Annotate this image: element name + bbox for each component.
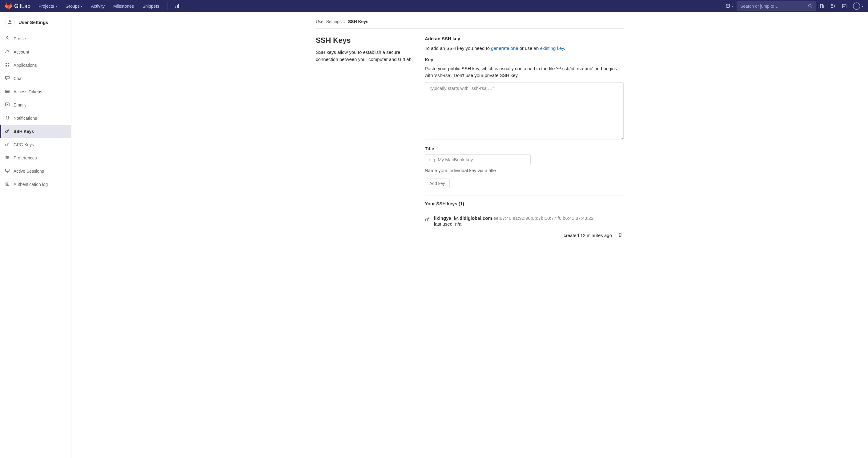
key-hint: Paste your public SSH key, which is usua…: [425, 65, 624, 79]
sidebar-item-label: Applications: [13, 63, 37, 68]
new-dropdown[interactable]: ▾: [723, 2, 735, 10]
section-title: SSH Keys: [316, 36, 417, 44]
key-textarea[interactable]: [425, 82, 624, 140]
svg-point-8: [834, 7, 835, 8]
svg-rect-16: [8, 65, 9, 66]
nav-groups[interactable]: Groups▾: [62, 2, 86, 10]
breadcrumb-ssh-keys: SSH Keys: [348, 19, 368, 24]
svg-point-24: [6, 156, 7, 157]
sidebar-header: User Settings: [0, 12, 71, 32]
sidebar-item-label: Chat: [13, 76, 23, 81]
divider: [425, 195, 624, 195]
section-description: SSH keys allow you to establish a secure…: [316, 49, 417, 63]
svg-point-18: [6, 91, 7, 92]
issues-icon[interactable]: [817, 2, 827, 10]
svg-point-19: [7, 91, 8, 92]
svg-rect-2: [178, 4, 179, 8]
chevron-down-icon: ▾: [81, 5, 83, 8]
sidebar: User Settings Profile Account Applicatio…: [0, 12, 71, 458]
your-ssh-keys-heading: Your SSH keys (1): [425, 201, 624, 206]
title-input[interactable]: [425, 154, 531, 165]
key-created: created 12 minutes ago: [564, 233, 612, 238]
svg-rect-14: [8, 63, 9, 64]
key-name[interactable]: lixingya_i@didiglobal.com: [434, 215, 492, 221]
main-content: User Settings › SSH Keys SSH Keys SSH ke…: [71, 12, 868, 458]
sidebar-item-ssh-keys[interactable]: SSH Keys: [0, 125, 71, 138]
delete-key-button[interactable]: [618, 233, 624, 238]
nav-milestones[interactable]: Milestones: [110, 2, 137, 10]
ssh-key-row: lixingya_i@didiglobal.com ee:97:46:e1:92…: [425, 212, 624, 241]
sidebar-item-preferences[interactable]: Preferences: [0, 151, 71, 164]
sidebar-item-active-sessions[interactable]: Active Sessions: [0, 164, 71, 178]
generate-one-link[interactable]: generate one: [491, 45, 518, 51]
chat-icon: [5, 75, 10, 81]
sidebar-item-label: Active Sessions: [13, 169, 44, 174]
authlog-icon: [5, 181, 10, 187]
gitlab-logo-link[interactable]: GitLab: [5, 2, 30, 10]
svg-point-7: [831, 7, 833, 8]
key-fingerprint: ee:97:46:e1:92:96:0b:7b:10:77:f6:b6:41:8…: [493, 215, 593, 221]
profile-icon: [5, 36, 10, 41]
notifications-icon: [5, 115, 10, 121]
sidebar-item-applications[interactable]: Applications: [0, 59, 71, 72]
svg-point-10: [9, 20, 11, 22]
gitlab-brand-text: GitLab: [14, 3, 30, 9]
search-input[interactable]: [740, 4, 808, 9]
svg-rect-15: [5, 65, 7, 66]
sidebar-item-chat[interactable]: Chat: [0, 72, 71, 85]
svg-rect-27: [5, 169, 9, 172]
svg-point-26: [7, 158, 7, 158]
sidebar-item-access-tokens[interactable]: Access Tokens: [0, 85, 71, 98]
preferences-icon: [5, 155, 10, 161]
existing-key-link[interactable]: existing key: [540, 45, 564, 51]
sidebar-item-authentication-log[interactable]: Authentication log: [0, 178, 71, 191]
chevron-down-icon: ▾: [862, 5, 863, 8]
svg-rect-1: [177, 5, 178, 8]
sessions-icon: [5, 168, 10, 174]
navbar: GitLab Projects▾ Groups▾ Activity Milest…: [0, 0, 868, 12]
sidebar-item-gpg-keys[interactable]: GPG Keys: [0, 138, 71, 151]
add-ssh-key-heading: Add an SSH key: [425, 36, 624, 41]
sidebar-item-account[interactable]: Account: [0, 45, 71, 59]
sidebar-item-label: Account: [13, 50, 29, 55]
svg-rect-5: [820, 4, 823, 8]
merge-requests-icon[interactable]: [828, 2, 838, 10]
sidebar-item-label: Access Tokens: [13, 89, 42, 94]
sidebar-item-emails[interactable]: Emails: [0, 98, 71, 112]
chevron-down-icon: ▾: [55, 5, 57, 8]
svg-point-11: [7, 37, 8, 38]
todos-icon[interactable]: [839, 2, 849, 10]
sidebar-item-label: Notifications: [13, 116, 37, 121]
key-icon: [5, 128, 10, 134]
sidebar-item-label: Emails: [13, 102, 27, 108]
nav-activity[interactable]: Activity: [88, 2, 108, 10]
title-label: Title: [425, 146, 624, 151]
user-menu[interactable]: ▾: [850, 2, 863, 10]
title-help: Name your individual key via a title: [425, 168, 624, 173]
tokens-icon: [5, 89, 10, 94]
plus-icon: [726, 4, 730, 9]
svg-rect-13: [5, 63, 7, 64]
key-label: Key: [425, 57, 624, 62]
sidebar-item-notifications[interactable]: Notifications: [0, 112, 71, 125]
add-ssh-key-text: To add an SSH key you need to generate o…: [425, 45, 624, 52]
global-search[interactable]: [737, 1, 816, 11]
svg-point-25: [8, 157, 8, 158]
breadcrumb-user-settings[interactable]: User Settings: [316, 19, 342, 24]
sidebar-item-profile[interactable]: Profile: [0, 32, 71, 45]
svg-point-20: [8, 91, 9, 92]
nav-projects[interactable]: Projects▾: [35, 2, 60, 10]
nav-snippets[interactable]: Snippets: [140, 2, 162, 10]
key-last-used-label: last used:: [434, 221, 454, 226]
svg-rect-0: [176, 6, 176, 8]
sidebar-item-label: Authentication log: [13, 182, 48, 187]
svg-rect-21: [5, 103, 9, 106]
add-key-button[interactable]: Add key: [425, 179, 450, 188]
svg-point-12: [6, 50, 7, 51]
account-icon: [5, 49, 10, 55]
sidebar-item-label: Profile: [13, 36, 26, 41]
svg-point-4: [809, 4, 811, 7]
sidebar-item-label: Preferences: [13, 155, 37, 160]
svg-point-6: [831, 4, 833, 5]
analytics-icon[interactable]: [173, 2, 182, 10]
